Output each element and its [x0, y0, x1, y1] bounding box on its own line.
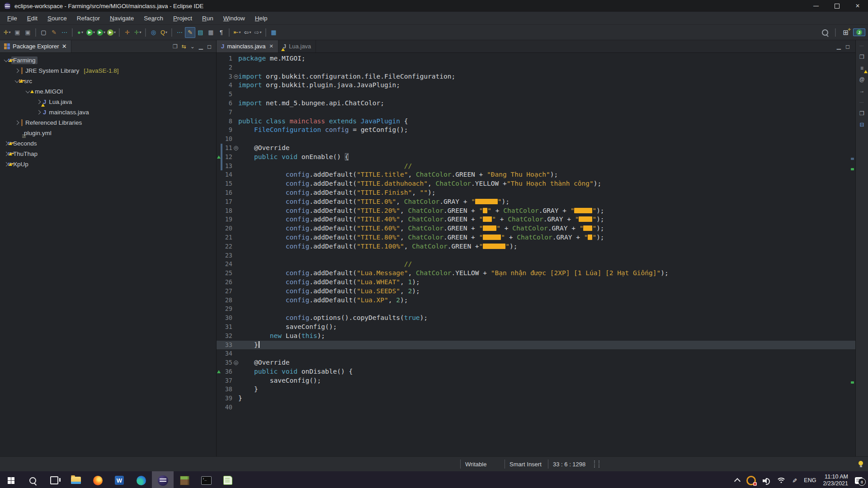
java-perspective-button[interactable]: J	[853, 28, 865, 36]
restore-views-2-button[interactable]: ❐	[858, 110, 866, 117]
chevron-right-icon[interactable]	[4, 152, 9, 156]
taskbar-word-button[interactable]: W	[108, 471, 130, 488]
maximize-view-button[interactable]: ◻	[207, 43, 212, 50]
search-button[interactable]: Q▾	[159, 27, 169, 38]
taskbar-start-button[interactable]	[0, 471, 22, 488]
menu-window[interactable]: Window	[218, 15, 250, 22]
tree-item-lua-java[interactable]: JLua.java	[0, 97, 216, 107]
chevron-down-icon[interactable]	[15, 78, 19, 83]
dropdown-caret-icon[interactable]: ▾	[139, 30, 141, 34]
taskbar-file-explorer-button[interactable]	[65, 471, 87, 488]
tree-item-xpup[interactable]: XpUp	[0, 159, 216, 169]
maximize-editor-button[interactable]: ◻	[845, 43, 850, 50]
dropdown-caret-icon[interactable]: ▾	[249, 30, 251, 34]
chevron-right-icon[interactable]	[37, 100, 41, 104]
tree-item-mainclass-java[interactable]: Jmainclass.java	[0, 107, 216, 117]
dropdown-caret-icon[interactable]: ▾	[114, 30, 116, 34]
dropdown-caret-icon[interactable]: ▾	[239, 30, 241, 34]
debug-button[interactable]: ●▾	[75, 27, 85, 38]
view-menu-button[interactable]: ⌄	[190, 43, 195, 50]
menu-source[interactable]: Source	[42, 15, 72, 22]
minimize-view-button[interactable]: ▁	[199, 43, 203, 50]
tree-item-src[interactable]: src	[0, 76, 216, 86]
problems-view-button[interactable]: ≡	[858, 65, 866, 72]
dropdown-caret-icon[interactable]: ▾	[165, 30, 167, 34]
show-whitespace-button[interactable]: ¶	[216, 27, 226, 38]
dropdown-caret-icon[interactable]: ▾	[81, 30, 83, 34]
open-window-button[interactable]: ▢	[38, 27, 49, 38]
chevron-right-icon[interactable]	[37, 110, 41, 115]
chevron-right-icon[interactable]	[15, 69, 19, 73]
dropdown-caret-icon[interactable]: ▾	[93, 30, 95, 34]
tree-item-plugin-yml[interactable]: plugin.yml	[0, 128, 216, 138]
menu-edit[interactable]: Edit	[22, 15, 42, 22]
dropdown-caret-icon[interactable]: ▾	[104, 30, 105, 34]
open-type-button[interactable]: ◎	[148, 27, 159, 38]
sketch-button[interactable]: ✎	[49, 27, 59, 38]
run-external-button[interactable]: ▶▾	[96, 27, 106, 38]
tree-item-me-migoi[interactable]: me.MIGOI	[0, 86, 216, 97]
tree-item-thuthap[interactable]: ThuThap	[0, 149, 216, 159]
language-indicator[interactable]: ENG	[804, 477, 816, 483]
mark-occurrences-button[interactable]: ✎	[185, 27, 195, 38]
antivirus-icon[interactable]	[746, 476, 756, 485]
menu-file[interactable]: File	[2, 15, 22, 22]
dropdown-caret-icon[interactable]: ▾	[259, 30, 261, 34]
last-edit-location-button[interactable]: ⇤▾	[232, 27, 242, 38]
clock[interactable]: 11:10 AM 2/23/2021	[823, 474, 848, 487]
pen-icon[interactable]: ✎	[791, 478, 798, 483]
volume-icon[interactable]	[763, 478, 770, 483]
taskbar-firefox-button[interactable]	[87, 471, 108, 488]
tree-item-seconds[interactable]: Seconds	[0, 138, 216, 149]
restore-views-button[interactable]: ❐	[858, 53, 866, 61]
run-button[interactable]: ▶▾	[85, 27, 96, 38]
outline-view-button[interactable]: ⊟	[858, 121, 866, 128]
save-all-button[interactable]: ▣	[23, 27, 33, 38]
collapse-all-button[interactable]: ❐	[173, 43, 178, 50]
menu-refactor[interactable]: Refactor	[72, 15, 105, 22]
coverage-button[interactable]: ▶▾	[106, 27, 117, 38]
tree-item-jre-system-library[interactable]: JRE System Library [JavaSE-1.8]	[0, 66, 216, 76]
split-editor-button[interactable]: ▤	[195, 27, 206, 38]
new-wizard-button[interactable]: ✛▾	[2, 27, 12, 38]
tab-mainclass-java[interactable]: Jmainclass.java✕	[217, 40, 278, 52]
back-button[interactable]: ⇦▾	[242, 27, 253, 38]
minimize-editor-button[interactable]: ▁	[837, 43, 841, 50]
dropdown-caret-icon[interactable]: ▾	[9, 30, 10, 34]
open-perspective-button[interactable]: ⊞	[843, 28, 849, 37]
menu-run[interactable]: Run	[197, 15, 218, 22]
close-view-icon[interactable]: ✕	[62, 43, 67, 50]
menu-navigate[interactable]: Navigate	[105, 15, 139, 22]
menu-help[interactable]: Help	[250, 15, 273, 22]
open-image-button[interactable]: ▦	[269, 27, 279, 38]
taskbar-terminal-button[interactable]: ›_	[195, 471, 217, 488]
taskbar-edge-button[interactable]	[130, 471, 152, 488]
fold-toggle-icon[interactable]	[232, 72, 238, 81]
tab-package-explorer[interactable]: Package Explorer ✕	[0, 40, 71, 52]
code-editor[interactable]: 1package me.MIGOI;23import org.bukkit.co…	[217, 53, 855, 456]
overview-ruler[interactable]	[850, 65, 855, 456]
new-java-project-button[interactable]: ✛	[122, 27, 132, 38]
declaration-view-button[interactable]: →	[858, 87, 866, 94]
javadoc-view-button[interactable]: @	[858, 76, 866, 83]
block-selection-button[interactable]: ▦	[206, 27, 216, 38]
forward-button[interactable]: ⇨▾	[253, 27, 263, 38]
notification-center-icon[interactable]: 8	[855, 477, 863, 484]
search-icon[interactable]	[822, 29, 828, 36]
chevron-right-icon[interactable]	[4, 162, 9, 167]
close-button[interactable]: ✕	[847, 0, 868, 12]
save-button[interactable]: ▣	[12, 27, 23, 38]
minimize-button[interactable]: —	[806, 0, 826, 12]
fold-toggle-icon[interactable]	[232, 358, 238, 367]
more-tools-button[interactable]: ⋯	[59, 27, 70, 38]
taskbar-search-button[interactable]	[22, 471, 43, 488]
chevron-right-icon[interactable]	[4, 141, 9, 146]
tab-lua-java[interactable]: JLua.java	[278, 40, 316, 52]
chevron-right-icon[interactable]	[15, 121, 19, 125]
maximize-button[interactable]	[826, 0, 847, 12]
taskbar-task-view-button[interactable]	[43, 471, 65, 488]
chevron-down-icon[interactable]	[4, 57, 9, 62]
taskbar-minecraft-button[interactable]	[174, 471, 195, 488]
fold-toggle-icon[interactable]	[232, 144, 238, 153]
more-edit-button[interactable]: ⋯	[175, 27, 185, 38]
